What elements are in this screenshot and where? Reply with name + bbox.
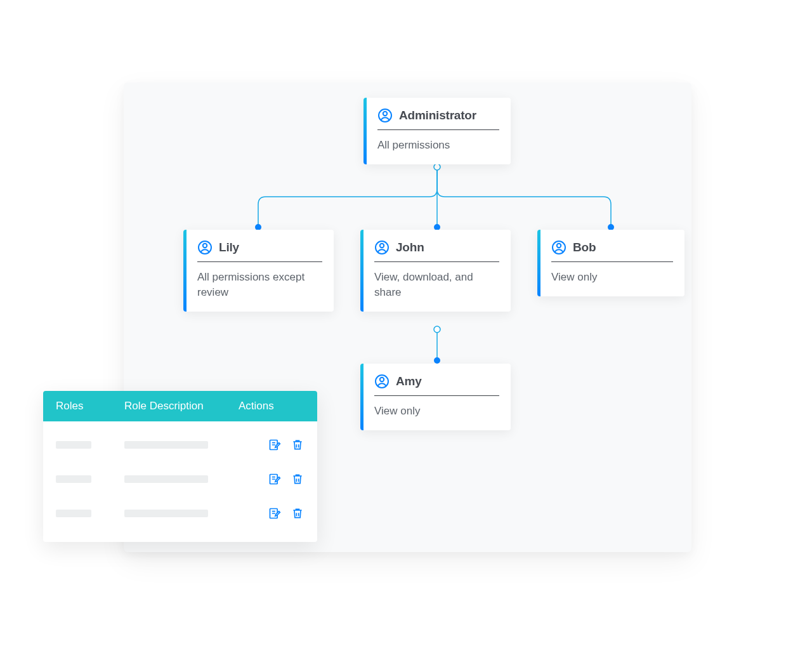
edit-icon (268, 439, 281, 451)
role-placeholder (56, 510, 91, 517)
role-card-amy[interactable]: Amy View only (360, 364, 511, 430)
card-title: Lily (219, 241, 239, 254)
user-icon (377, 108, 393, 123)
card-permissions: View, download, and share (374, 270, 499, 300)
delete-button[interactable] (291, 472, 304, 486)
card-permissions: View only (374, 404, 499, 419)
card-title: Bob (573, 241, 596, 254)
card-header: Amy (374, 374, 499, 396)
trash-icon (291, 473, 304, 485)
column-header-actions: Actions (239, 400, 304, 412)
delete-button[interactable] (291, 438, 304, 452)
card-title: Amy (396, 374, 422, 388)
role-placeholder (56, 441, 91, 449)
card-header: Administrator (377, 108, 499, 130)
edit-button[interactable] (268, 438, 282, 452)
description-placeholder (124, 475, 208, 483)
role-placeholder (56, 475, 91, 483)
card-title: Administrator (399, 109, 476, 122)
table-row (56, 428, 304, 462)
roles-table-body (43, 421, 317, 542)
svg-point-15 (380, 378, 384, 381)
column-header-roles: Roles (56, 400, 124, 412)
svg-point-4 (434, 326, 440, 333)
svg-point-7 (383, 112, 387, 116)
roles-table-header: Roles Role Description Actions (43, 391, 317, 421)
card-permissions: All permissions (377, 138, 499, 153)
edit-button[interactable] (268, 506, 282, 520)
role-card-bob[interactable]: Bob View only (537, 230, 684, 296)
user-icon (374, 374, 390, 389)
svg-point-5 (434, 357, 440, 364)
description-placeholder (124, 510, 208, 517)
user-icon (551, 240, 566, 255)
table-row (56, 496, 304, 531)
svg-point-0 (434, 164, 440, 170)
svg-point-13 (557, 244, 561, 248)
card-title: John (396, 241, 424, 254)
card-header: Lily (197, 240, 322, 262)
card-permissions: View only (551, 270, 673, 285)
user-icon (374, 240, 390, 255)
edit-icon (268, 507, 281, 520)
edit-icon (268, 473, 281, 485)
card-header: Bob (551, 240, 673, 262)
delete-button[interactable] (291, 506, 304, 520)
edit-button[interactable] (268, 472, 282, 486)
card-header: John (374, 240, 499, 262)
role-card-john[interactable]: John View, download, and share (360, 230, 511, 312)
table-row (56, 462, 304, 496)
trash-icon (291, 439, 304, 451)
svg-point-9 (203, 244, 207, 248)
column-header-description: Role Description (124, 400, 239, 412)
trash-icon (291, 507, 304, 520)
role-card-administrator[interactable]: Administrator All permissions (363, 98, 511, 164)
description-placeholder (124, 441, 208, 449)
user-icon (197, 240, 213, 255)
roles-table-panel: Roles Role Description Actions (43, 391, 317, 542)
card-permissions: All permissions except review (197, 270, 322, 300)
role-card-lily[interactable]: Lily All permissions except review (183, 230, 334, 312)
svg-point-11 (380, 244, 384, 248)
